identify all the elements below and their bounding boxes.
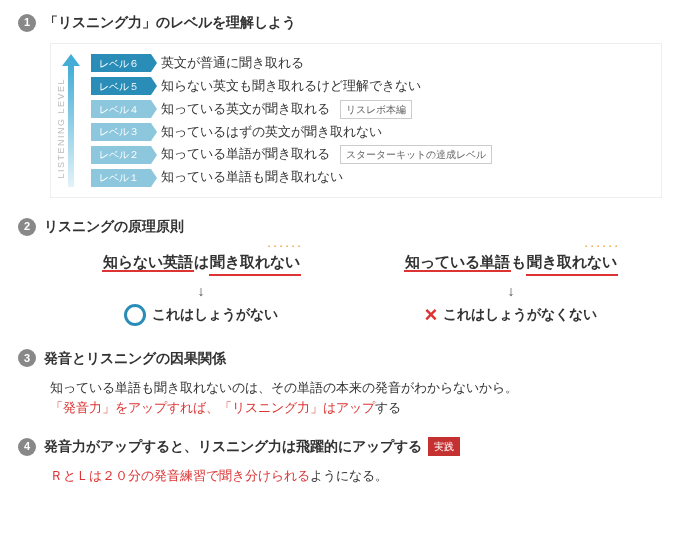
levels-box: LISTENING LEVEL レベル６ 英文が普通に聞き取れる レベル５ 知ら… xyxy=(50,43,662,198)
section-4-header: 4 発音力がアップすると、リスニング力は飛躍的にアップする 実践 xyxy=(18,436,662,457)
level-row-4: レベル４ 知っている英文が聞き取れる リスレボ本編 xyxy=(91,100,647,119)
level-note: スターターキットの達成レベル xyxy=(340,145,492,164)
circle-ok-icon xyxy=(124,304,146,326)
arrow-label: LISTENING LEVEL xyxy=(55,78,69,179)
section-3-line2: 「発音力」をアップすれば、「リスニング力」はアップする xyxy=(50,399,662,418)
principle-right-result: × これはしょうがなくない xyxy=(370,304,652,326)
level-badge: レベル１ xyxy=(91,169,151,187)
section-number-4: 4 xyxy=(18,438,36,456)
section-2-body: 知らない英語は聞き取れない ↓ これはしょうがない 知っている単語も聞き取れない… xyxy=(18,247,662,330)
section-number-2: 2 xyxy=(18,218,36,236)
section-1: 1 「リスニング力」のレベルを理解しよう LISTENING LEVEL レベル… xyxy=(18,12,662,198)
arrow-down-icon: ↓ xyxy=(370,281,652,302)
level-badge: レベル６ xyxy=(91,54,151,72)
level-text: 知っているはずの英文が聞き取れない xyxy=(161,123,382,142)
level-text: 英文が普通に聞き取れる xyxy=(161,54,304,73)
level-arrow: LISTENING LEVEL xyxy=(57,54,85,187)
level-badge: レベル３ xyxy=(91,123,151,141)
section-3-header: 3 発音とリスニングの因果関係 xyxy=(18,348,662,369)
arrow-up-icon xyxy=(62,54,80,66)
principle-right-statement: 知っている単語も聞き取れない xyxy=(404,251,618,276)
section-4-line: ＲとＬは２０分の発音練習で聞き分けられるようになる。 xyxy=(50,467,662,486)
level-text: 知っている単語が聞き取れる xyxy=(161,145,330,164)
section-number-3: 3 xyxy=(18,349,36,367)
level-badge: レベル４ xyxy=(91,100,151,118)
level-text: 知っている英文が聞き取れる xyxy=(161,100,330,119)
level-badge: レベル５ xyxy=(91,77,151,95)
section-2-title: リスニングの原理原則 xyxy=(44,216,184,237)
levels-list: レベル６ 英文が普通に聞き取れる レベル５ 知らない英文も聞き取れるけど理解でき… xyxy=(91,54,647,187)
section-1-title: 「リスニング力」のレベルを理解しよう xyxy=(44,12,296,33)
level-note: リスレボ本編 xyxy=(340,100,412,119)
section-3: 3 発音とリスニングの因果関係 知っている単語も聞き取れないのは、その単語の本来… xyxy=(18,348,662,419)
level-row-5: レベル５ 知らない英文も聞き取れるけど理解できない xyxy=(91,77,647,96)
section-1-header: 1 「リスニング力」のレベルを理解しよう xyxy=(18,12,662,33)
section-2: 2 リスニングの原理原則 知らない英語は聞き取れない ↓ これはしょうがない 知… xyxy=(18,216,662,330)
level-row-6: レベル６ 英文が普通に聞き取れる xyxy=(91,54,647,73)
section-3-body: 知っている単語も聞き取れないのは、その単語の本来の発音がわからないから。 「発音… xyxy=(18,379,662,419)
level-row-1: レベル１ 知っている単語も聞き取れない xyxy=(91,168,647,187)
level-text: 知っている単語も聞き取れない xyxy=(161,168,343,187)
cross-ng-icon: × xyxy=(425,304,438,326)
section-1-body: LISTENING LEVEL レベル６ 英文が普通に聞き取れる レベル５ 知ら… xyxy=(18,43,662,198)
section-2-header: 2 リスニングの原理原則 xyxy=(18,216,662,237)
level-badge: レベル２ xyxy=(91,146,151,164)
section-4-body: ＲとＬは２０分の発音練習で聞き分けられるようになる。 xyxy=(18,467,662,486)
section-number-1: 1 xyxy=(18,14,36,32)
principle-left: 知らない英語は聞き取れない ↓ これはしょうがない xyxy=(60,251,342,326)
principle-left-result: これはしょうがない xyxy=(60,304,342,326)
level-row-2: レベル２ 知っている単語が聞き取れる スターターキットの達成レベル xyxy=(91,145,647,164)
section-3-title: 発音とリスニングの因果関係 xyxy=(44,348,226,369)
practice-tag: 実践 xyxy=(428,437,460,456)
section-4-title: 発音力がアップすると、リスニング力は飛躍的にアップする xyxy=(44,436,422,457)
principles-row: 知らない英語は聞き取れない ↓ これはしょうがない 知っている単語も聞き取れない… xyxy=(50,247,662,330)
principle-left-statement: 知らない英語は聞き取れない xyxy=(102,251,301,276)
level-text: 知らない英文も聞き取れるけど理解できない xyxy=(161,77,421,96)
section-3-line1: 知っている単語も聞き取れないのは、その単語の本来の発音がわからないから。 xyxy=(50,379,662,398)
arrow-down-icon: ↓ xyxy=(60,281,342,302)
level-row-3: レベル３ 知っているはずの英文が聞き取れない xyxy=(91,123,647,142)
principle-right: 知っている単語も聞き取れない ↓ × これはしょうがなくない xyxy=(370,251,652,326)
section-4: 4 発音力がアップすると、リスニング力は飛躍的にアップする 実践 ＲとＬは２０分… xyxy=(18,436,662,486)
